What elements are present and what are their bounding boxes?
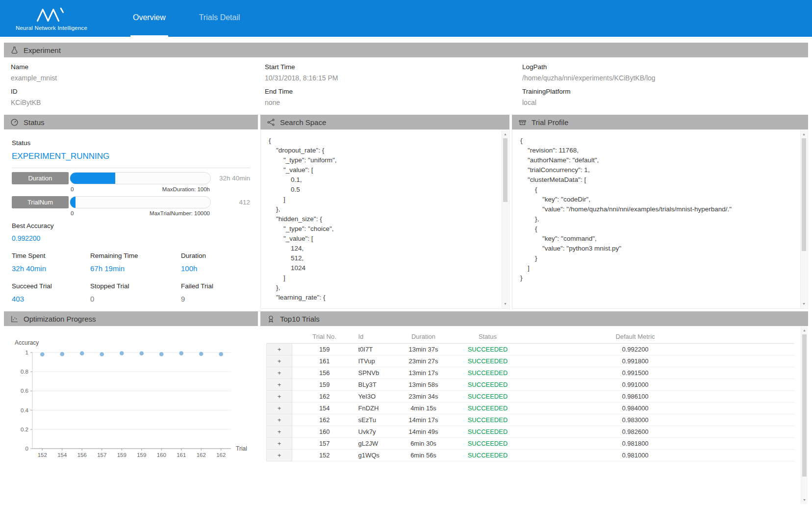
scrollbar-thumb[interactable] <box>503 138 508 202</box>
expand-row-button[interactable]: + <box>267 403 292 414</box>
trial-no-cell: 152 <box>292 449 357 461</box>
expand-cell: + <box>267 390 292 402</box>
trial-id-cell: YeI3O <box>357 390 396 402</box>
status-panel: Status Status EXPERIMENT_RUNNING Duratio… <box>4 115 258 309</box>
trial-id-cell: t0I7T <box>357 343 396 355</box>
tab-trials-detail[interactable]: Trials Detail <box>197 0 243 37</box>
expand-cell: + <box>267 437 292 449</box>
table-row: + 154 FnDZH 4min 15s SUCCEEDED 0.984000 <box>267 402 795 414</box>
svg-text:156: 156 <box>77 452 87 458</box>
stat-label: Remaining Time <box>90 252 181 259</box>
scrollbar-thumb[interactable] <box>802 334 807 477</box>
trial-profile-panel-header: Trial Profile <box>512 115 808 129</box>
expand-row-button[interactable]: + <box>267 379 292 390</box>
trial-duration-cell: 14min 17s <box>396 414 451 426</box>
expand-row-button[interactable]: + <box>267 391 292 402</box>
trial-status-cell: SUCCEEDED <box>451 390 525 402</box>
table-row: + 161 ITVup 23min 27s SUCCEEDED 0.991800 <box>267 355 795 367</box>
optimization-panel-title: Optimization Progress <box>24 315 96 323</box>
search-space-panel: Search Space { "dropout_rate": { "_type"… <box>260 115 509 309</box>
svg-text:0.8: 0.8 <box>21 369 28 375</box>
scrollbar-thumb[interactable] <box>802 138 806 251</box>
stat-value: 67h 19min <box>90 264 181 273</box>
divider <box>12 168 250 168</box>
table-row: + 160 Uvk7y 14min 49s SUCCEEDED 0.982600 <box>267 426 795 437</box>
best-accuracy-label: Best Accuracy <box>12 222 250 229</box>
trial-no-cell: 159 <box>292 343 357 355</box>
scroll-up-arrow-icon[interactable]: ▲ <box>801 327 808 334</box>
field-label: End Time <box>265 88 522 95</box>
top10-trials-panel: Top10 Trials Trial No. Id Duration Statu… <box>260 311 808 505</box>
expand-row-button[interactable]: + <box>267 426 292 437</box>
scrollbar[interactable]: ▲ ▼ <box>502 130 508 308</box>
filler-cell <box>746 437 795 449</box>
field-value: example_mnist <box>11 74 265 82</box>
scroll-up-arrow-icon[interactable]: ▲ <box>502 131 508 138</box>
duration-chip: Duration <box>12 172 69 184</box>
medal-icon <box>267 315 275 323</box>
trialnum-progress-track <box>70 196 211 208</box>
experiment-panel-header: Experiment <box>4 43 808 57</box>
search-space-panel-title: Search Space <box>280 118 326 126</box>
filler-cell <box>746 367 795 379</box>
table-row: + 157 gL2JW 6min 30s SUCCEEDED 0.981800 <box>267 437 795 449</box>
expand-cell: + <box>267 367 292 379</box>
field-label: TrainingPlatform <box>522 88 801 95</box>
trial-metric-cell: 0.984000 <box>525 402 746 414</box>
expand-row-button[interactable]: + <box>267 344 292 355</box>
scroll-down-arrow-icon[interactable]: ▼ <box>801 497 808 504</box>
scroll-up-arrow-icon[interactable]: ▲ <box>801 131 807 138</box>
svg-text:162: 162 <box>216 452 226 458</box>
experiment-details: Name example_mnist ID KCiBytKB Start Tim… <box>4 57 808 112</box>
expand-row-button[interactable]: + <box>267 438 292 449</box>
stat-label: Succeed Trial <box>12 282 90 290</box>
scrollbar[interactable]: ▲ ▼ <box>800 130 807 308</box>
duration-value: 32h 40min <box>211 175 250 182</box>
expand-row-button[interactable]: + <box>267 450 292 461</box>
scroll-down-arrow-icon[interactable]: ▼ <box>801 301 807 307</box>
trial-metric-cell: 0.991000 <box>525 379 746 390</box>
top10-panel-header: Top10 Trials <box>260 311 808 326</box>
stat-duration: Duration 100h <box>181 248 250 273</box>
trial-metric-cell: 0.991800 <box>525 355 746 367</box>
flask-icon <box>10 46 19 54</box>
field-value: none <box>265 99 522 106</box>
trial-metric-cell: 0.991500 <box>525 367 746 379</box>
trial-duration-cell: 14min 49s <box>396 426 451 437</box>
bottom-row: Optimization Progress 00.20.40.60.811521… <box>4 311 808 505</box>
field-value: KCiBytKB <box>11 99 265 106</box>
stat-succeed-trial: Succeed Trial 403 <box>12 278 90 303</box>
stat-time-spent: Time Spent 32h 40min <box>12 248 90 273</box>
trial-no-cell: 159 <box>292 379 357 390</box>
duration-progress-track <box>70 172 211 184</box>
expand-row-button[interactable]: + <box>267 414 292 426</box>
status-panel-header: Status <box>4 115 258 129</box>
top10-panel-title: Top10 Trials <box>280 315 320 323</box>
trial-duration-cell: 13min 58s <box>396 379 451 390</box>
filler-cell <box>746 402 795 414</box>
expand-cell: + <box>267 343 292 355</box>
table-row: + 162 sEzTu 14min 17s SUCCEEDED 0.983000 <box>267 414 795 426</box>
scrollbar[interactable]: ▲ ▼ <box>801 327 808 504</box>
stat-label: Stopped Trial <box>90 282 181 290</box>
trial-status-cell: SUCCEEDED <box>451 343 525 355</box>
trial-metric-cell: 0.992200 <box>525 343 746 355</box>
best-accuracy: Best Accuracy 0.992200 <box>12 222 250 242</box>
top10-trials-table: Trial No. Id Duration Status Default Met… <box>266 330 794 461</box>
trial-id-cell: sEzTu <box>357 414 396 426</box>
trial-id-cell: ITVup <box>357 355 396 367</box>
stat-remaining-time: Remaining Time 67h 19min <box>90 248 181 273</box>
scroll-down-arrow-icon[interactable]: ▼ <box>502 301 508 307</box>
filler-cell <box>746 449 795 461</box>
expand-row-button[interactable]: + <box>267 367 292 379</box>
tab-overview[interactable]: Overview <box>130 0 168 37</box>
experiment-column-2: Start Time 10/31/2018, 8:16:15 PM End Ti… <box>265 57 522 112</box>
trial-status-cell: SUCCEEDED <box>451 402 525 414</box>
trial-duration-cell: 6min 30s <box>396 437 451 449</box>
trialnum-progress: TrialNum 412 <box>12 196 250 208</box>
trial-profile-json-viewer: { "revision": 11768, "authorName": "defa… <box>512 129 808 309</box>
expand-row-button[interactable]: + <box>267 355 292 367</box>
experiment-field-start-time: Start Time 10/31/2018, 8:16:15 PM <box>265 63 522 82</box>
trial-no-cell: 160 <box>292 426 357 437</box>
stat-label: Time Spent <box>12 252 90 259</box>
